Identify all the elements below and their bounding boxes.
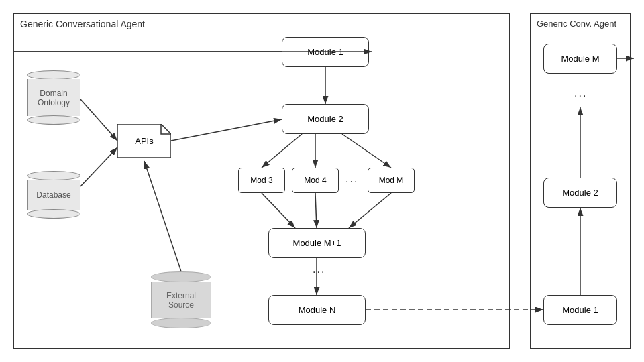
mod4-box: Mod 4 (292, 168, 339, 193)
cylinder-body: Database (27, 180, 80, 210)
module1-label: Module 1 (307, 47, 343, 57)
cylinder-top (27, 70, 80, 80)
database: Database (27, 171, 80, 219)
ext-cyl-top (151, 272, 211, 282)
right-modulem-box: Module M (543, 44, 617, 74)
mod3-box: Mod 3 (238, 168, 285, 193)
cylinder-bottom (27, 115, 80, 125)
ext-cyl-bottom (151, 318, 211, 328)
module2-label: Module 2 (307, 114, 343, 124)
cylinder-top (27, 171, 80, 180)
module1-box: Module 1 (282, 37, 369, 67)
mod3-label: Mod 3 (250, 176, 272, 185)
modulen-box: Module N (268, 295, 366, 325)
modm-label: Mod M (379, 176, 404, 185)
dots-below-m1: ... (313, 263, 325, 276)
diagram-container: Generic Conversational Agent Generic Con… (0, 0, 644, 362)
right-box-label: Generic Conv. Agent (537, 19, 616, 29)
dots-right: ... (574, 87, 587, 99)
mod4-label: Mod 4 (304, 176, 326, 185)
modulem1-box: Module M+1 (268, 228, 366, 258)
domain-ontology: DomainOntology (27, 70, 80, 125)
module2-box: Module 2 (282, 104, 369, 134)
right-module1-label: Module 1 (562, 305, 598, 315)
main-box-label: Generic Conversational Agent (20, 19, 145, 29)
modulen-label: Module N (299, 305, 336, 315)
cylinder-bottom (27, 209, 80, 219)
dots-middle: ... (345, 173, 358, 185)
right-module2-label: Module 2 (562, 188, 598, 198)
right-module1-box: Module 1 (543, 295, 617, 325)
external-source: ExternalSource (151, 272, 211, 328)
apis-box: APIs (117, 124, 171, 158)
apis-label: APIs (135, 136, 153, 146)
ext-cyl-body: ExternalSource (151, 282, 211, 318)
cylinder-body: DomainOntology (27, 79, 80, 116)
modm-box: Mod M (368, 168, 415, 193)
right-module2-box: Module 2 (543, 178, 617, 208)
right-modulem-label: Module M (561, 54, 599, 64)
modulem1-label: Module M+1 (293, 238, 341, 248)
